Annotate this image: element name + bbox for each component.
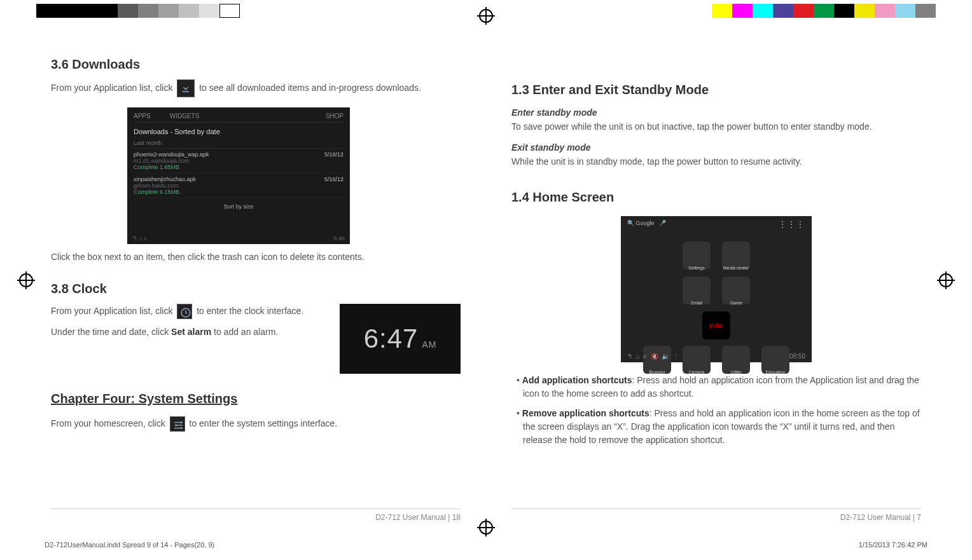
svg-rect-1 — [174, 422, 181, 423]
download-row: phoenix2-wandoujia_wap.apk m1.d1.wandouj… — [134, 149, 344, 174]
downloads-heading: Downloads - Sorted by date — [134, 128, 344, 135]
svg-point-6 — [181, 427, 183, 429]
tab-apps: APPS — [134, 113, 151, 120]
downloads-app-icon — [177, 79, 195, 97]
apps-grid-icon: ⋮⋮⋮ — [779, 220, 805, 229]
svg-point-5 — [175, 425, 177, 427]
subhead-exit-standby: Exit standby mode — [511, 142, 921, 153]
print-file-info: D2-712UserManual.indd Spread 9 of 14 - P… — [45, 541, 214, 549]
shop-label: SHOP — [326, 113, 344, 120]
subhead-enter-standby: Enter standby mode — [511, 107, 921, 118]
screenshot-home: 🔍 Google 🎤 ⋮⋮⋮ Settings Media center Ema… — [621, 216, 812, 362]
print-footer: D2-712UserManual.indd Spread 9 of 14 - P… — [45, 541, 927, 549]
registration-mark-icon — [19, 273, 33, 287]
search-icon: 🔍 — [627, 220, 634, 226]
page-18: 3.6 Downloads From your Application list… — [51, 57, 461, 522]
para-clock-alarm: Under the time and date, click Set alarm… — [51, 325, 331, 339]
para-enter-standby: To save power while the unit is on but i… — [511, 120, 921, 133]
app-icon-pulse: pulse — [702, 311, 730, 339]
registration-colorbar-right — [712, 4, 936, 18]
print-timestamp: 1/15/2013 7:26:42 PM — [859, 541, 927, 549]
tab-widgets: WIDGETS — [170, 113, 200, 120]
page-footer-left: D2-712 User Manual | 18 — [51, 509, 461, 522]
page-footer-right: D2-712 User Manual | 7 — [511, 509, 921, 522]
registration-mark-icon — [479, 521, 493, 535]
heading-3-8: 3.8 Clock — [51, 282, 461, 296]
heading-chapter-4: Chapter Four: System Settings — [51, 392, 461, 406]
sort-by-size: Sort by size — [134, 203, 344, 210]
nav-icons: ↰ ⌂ ⎌ 🔇 🔉 ⋮ — [627, 353, 679, 360]
svg-rect-3 — [174, 428, 181, 429]
google-search-label: Google — [636, 220, 655, 226]
svg-point-4 — [181, 421, 183, 423]
para-system-settings: From your homescreen, click to enter the… — [51, 416, 461, 432]
bullet-add-shortcut: • Add application shortcuts: Press and h… — [511, 374, 921, 400]
status-time: 6:46 — [333, 235, 345, 242]
status-time: 08:50 — [789, 353, 805, 360]
para-exit-standby: While the unit is in standby mode, tap t… — [511, 155, 921, 168]
bullet-remove-shortcut: • Remove application shortcuts: Press an… — [511, 407, 921, 447]
registration-mark-icon — [479, 9, 493, 23]
clock-time-value: 6:47AM — [364, 324, 437, 354]
heading-1-3: 1.3 Enter and Exit Standby Mode — [511, 83, 921, 97]
heading-3-6: 3.6 Downloads — [51, 57, 461, 72]
nav-back-icon: ↰ ⌂ ⎌ — [132, 235, 147, 242]
registration-colorbar-left — [36, 4, 240, 18]
para-downloads-intro: From your Application list, click to see… — [51, 79, 461, 97]
mic-icon: 🎤 — [659, 220, 666, 226]
screenshot-downloads: APPS WIDGETS SHOP Downloads - Sorted by … — [127, 107, 350, 244]
downloads-section: Last month — [134, 138, 344, 149]
settings-app-icon — [170, 416, 185, 432]
screenshot-clock: 6:47AM — [340, 304, 461, 374]
page-7: 1.3 Enter and Exit Standby Mode Enter st… — [511, 57, 921, 522]
download-row: xinpaishenjizhuchao.apk gdown.baidu.com … — [134, 174, 344, 198]
svg-rect-2 — [176, 425, 183, 426]
registration-mark-icon — [939, 273, 953, 287]
para-clock-open: From your Application list, click to ent… — [51, 304, 331, 319]
heading-1-4: 1.4 Home Screen — [511, 190, 921, 205]
clock-app-icon — [177, 304, 192, 319]
para-downloads-delete: Click the box next to an item, then clic… — [51, 250, 461, 264]
